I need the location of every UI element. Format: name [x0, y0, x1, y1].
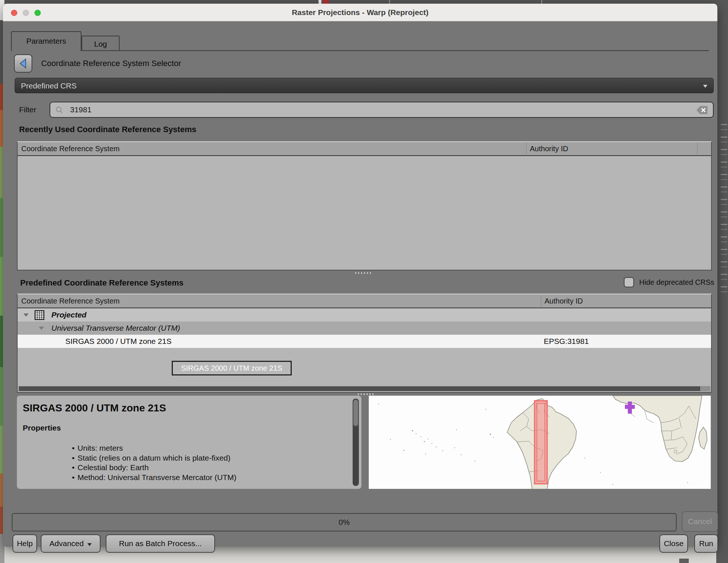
authority-id-value[interactable]: EPSG:31981	[544, 335, 589, 348]
tree-row-projected[interactable]: Projected	[18, 308, 711, 322]
tree-label[interactable]: Universal Transverse Mercator (UTM)	[51, 322, 180, 335]
column-divider[interactable]	[697, 143, 698, 155]
background-mark	[541, 0, 542, 4]
run-button[interactable]: Run	[694, 534, 718, 553]
progress-bar: 0%	[12, 513, 677, 531]
help-button[interactable]: Help	[12, 534, 37, 553]
column-header-authority[interactable]: Authority ID	[530, 142, 568, 155]
advanced-button-label: Advanced	[50, 539, 84, 548]
back-arrow-icon	[19, 58, 28, 69]
background-text-sliver	[721, 121, 727, 294]
tab-parameters[interactable]: Parameters	[11, 31, 81, 51]
predefined-crs-table-header[interactable]: Coordinate Reference System Authority ID	[18, 294, 711, 308]
background-mark	[323, 0, 329, 4]
cancel-button[interactable]: Cancel	[682, 511, 718, 532]
warp-reproject-dialog: Raster Projections - Warp (Reproject) Pa…	[3, 4, 717, 547]
advanced-button[interactable]: Advanced	[41, 534, 101, 553]
background-panel-sliver	[716, 0, 728, 563]
properties-label: Properties	[23, 424, 61, 432]
crs-details-panel: SIRGAS 2000 / UTM zone 21S Properties Un…	[17, 396, 361, 489]
properties-list: Units: meters Static (relies on a datum …	[72, 443, 236, 482]
back-button[interactable]	[14, 54, 32, 73]
splitter-handle[interactable]	[358, 393, 375, 395]
recent-crs-heading: Recently Used Coordinate Reference Syste…	[19, 125, 196, 134]
run-batch-button[interactable]: Run as Batch Process...	[106, 534, 215, 553]
recent-crs-table-header[interactable]: Coordinate Reference System Authority ID	[18, 142, 711, 156]
expander-down-icon[interactable]	[39, 327, 44, 330]
crs-tooltip: SIRGAS 2000 / UTM zone 21S	[172, 361, 292, 375]
recent-crs-table[interactable]: Coordinate Reference System Authority ID	[17, 141, 712, 270]
predefined-crs-heading: Predefined Coordinate Reference Systems	[20, 278, 183, 288]
vertical-scrollbar[interactable]	[353, 399, 359, 486]
crs-extent-map-preview	[369, 396, 711, 489]
search-icon	[55, 106, 63, 114]
hide-deprecated-checkbox[interactable]	[624, 277, 634, 287]
crs-selector-title: Coordinate Reference System Selector	[41, 54, 181, 73]
column-header-crs[interactable]: Coordinate Reference System	[21, 294, 120, 308]
clear-filter-icon[interactable]	[693, 105, 709, 115]
crs-extent-highlight	[535, 401, 547, 484]
filter-label: Filter	[19, 102, 36, 118]
tree-label[interactable]: Projected	[51, 308, 87, 322]
scrollbar-thumb[interactable]	[19, 386, 700, 391]
world-map-icon	[369, 396, 711, 489]
chevron-down-icon	[703, 85, 707, 88]
crs-mode-value: Predefined CRS	[21, 78, 77, 94]
tab-log[interactable]: Log	[81, 36, 120, 51]
window-title: Raster Projections - Warp (Reproject)	[3, 4, 717, 21]
tree-row-sirgas-selected[interactable]: SIRGAS 2000 / UTM zone 21S EPSG:31981	[18, 335, 711, 348]
column-divider[interactable]	[526, 143, 527, 155]
column-header-crs[interactable]: Coordinate Reference System	[21, 142, 120, 155]
column-header-authority[interactable]: Authority ID	[545, 294, 583, 308]
close-button[interactable]: Close	[659, 534, 688, 553]
background-notch	[679, 559, 689, 563]
crs-details-title: SIRGAS 2000 / UTM zone 21S	[23, 402, 166, 414]
hide-deprecated-label[interactable]: Hide deprecated CRSs	[639, 277, 714, 287]
property-item: Units: meters	[72, 443, 236, 453]
background-mark	[318, 0, 321, 4]
property-item: Method: Universal Transverse Mercator (U…	[72, 473, 236, 483]
tree-row-utm-group[interactable]: Universal Transverse Mercator (UTM)	[18, 322, 711, 335]
splitter-handle[interactable]	[355, 272, 372, 274]
property-item: Static (relies on a datum which is plate…	[72, 453, 236, 463]
expander-down-icon[interactable]	[23, 313, 29, 317]
property-item: Celestial body: Earth	[72, 463, 236, 473]
crs-mode-dropdown[interactable]: Predefined CRS	[15, 78, 714, 93]
background-mark	[389, 0, 390, 4]
projected-grid-icon	[34, 310, 44, 320]
chevron-down-icon	[87, 543, 92, 546]
horizontal-scrollbar[interactable]	[18, 386, 710, 391]
tab-bar-line	[119, 50, 709, 51]
tree-label[interactable]: SIRGAS 2000 / UTM zone 21S	[65, 335, 171, 348]
filter-input[interactable]	[50, 102, 714, 118]
predefined-crs-table[interactable]: Coordinate Reference System Authority ID…	[17, 294, 712, 393]
title-bar[interactable]: Raster Projections - Warp (Reproject)	[3, 4, 717, 21]
column-divider[interactable]	[541, 295, 541, 307]
scrollbar-thumb[interactable]	[353, 400, 358, 426]
